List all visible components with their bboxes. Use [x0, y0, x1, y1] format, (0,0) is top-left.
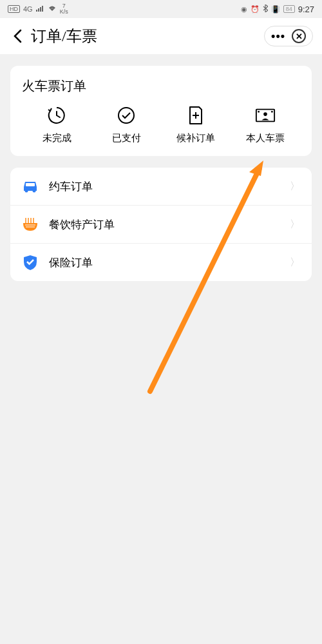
- title-bar: 订单/车票 ••• ✕: [0, 18, 322, 54]
- chevron-right-icon: 〉: [290, 218, 300, 231]
- clock-time: 9:27: [298, 5, 314, 14]
- svg-rect-0: [36, 10, 37, 12]
- network-4g: 4G: [23, 5, 33, 13]
- bluetooth-icon: [263, 5, 268, 14]
- svg-point-6: [258, 111, 260, 113]
- back-button[interactable]: [9, 28, 26, 44]
- action-paid[interactable]: 已支付: [91, 105, 161, 144]
- action-label: 未完成: [43, 132, 71, 144]
- action-label: 已支付: [112, 132, 141, 144]
- network-speed: 7 K/s: [60, 3, 68, 15]
- chevron-right-icon: 〉: [290, 256, 300, 269]
- action-my-tickets[interactable]: 本人车票: [231, 105, 300, 144]
- noodle-icon: [22, 216, 39, 233]
- check-circle-icon: [116, 105, 137, 126]
- train-orders-card: 火车票订单 未完成 已支付 候补订单: [10, 66, 312, 156]
- list-label: 约车订单: [49, 179, 290, 194]
- list-label: 餐饮特产订单: [49, 217, 290, 232]
- more-button[interactable]: •••: [271, 30, 285, 43]
- svg-point-10: [33, 190, 36, 193]
- file-plus-icon: [185, 105, 206, 126]
- alarm-icon: ⏰: [251, 5, 260, 14]
- page-title: 订单/车票: [31, 26, 97, 46]
- signal-icon: [36, 5, 44, 13]
- action-pending[interactable]: 未完成: [22, 105, 91, 144]
- close-button[interactable]: ✕: [292, 29, 306, 43]
- wifi-icon: [48, 5, 57, 13]
- action-label: 候补订单: [176, 132, 215, 144]
- order-list-card: 约车订单 〉 餐饮特产订单 〉 保险订单 〉: [10, 168, 312, 281]
- clock-back-icon: [46, 105, 67, 126]
- svg-rect-1: [38, 8, 39, 12]
- vibrate-icon: 📳: [271, 5, 280, 14]
- svg-rect-11: [26, 183, 35, 186]
- action-waitlist[interactable]: 候补订单: [161, 105, 231, 144]
- ticket-person-icon: [255, 105, 276, 126]
- hd-badge: HD: [8, 5, 20, 13]
- card-title: 火车票订单: [22, 77, 300, 95]
- svg-point-4: [118, 108, 134, 123]
- shield-icon: [22, 254, 39, 271]
- svg-point-8: [263, 112, 267, 116]
- capsule-actions: ••• ✕: [264, 26, 313, 46]
- status-bar: HD 4G 7 K/s ◉ ⏰ 📳 84 9:27: [0, 0, 322, 18]
- svg-rect-2: [40, 7, 41, 12]
- chevron-right-icon: 〉: [290, 180, 300, 193]
- eye-icon: ◉: [241, 5, 247, 14]
- svg-rect-3: [42, 6, 43, 12]
- car-icon: [22, 178, 39, 195]
- list-item-car[interactable]: 约车订单 〉: [10, 168, 312, 206]
- svg-point-9: [25, 190, 28, 193]
- action-label: 本人车票: [246, 132, 285, 144]
- list-label: 保险订单: [49, 255, 290, 270]
- svg-point-7: [271, 111, 273, 113]
- list-item-food[interactable]: 餐饮特产订单 〉: [10, 206, 312, 244]
- list-item-insurance[interactable]: 保险订单 〉: [10, 244, 312, 281]
- battery-indicator: 84: [283, 5, 295, 13]
